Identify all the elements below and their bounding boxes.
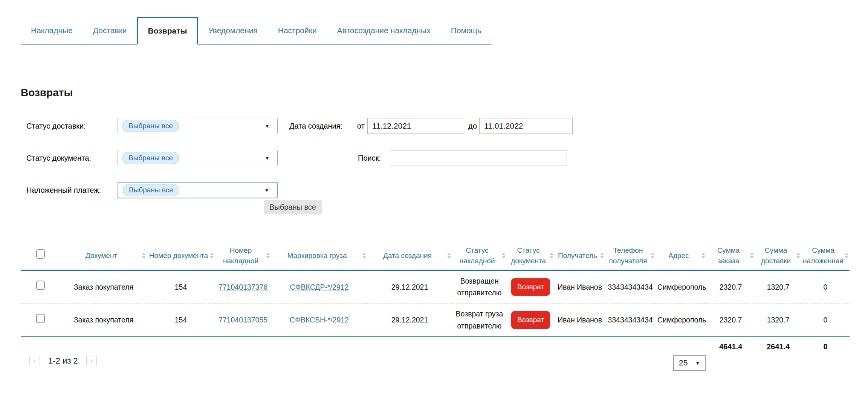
column-header-address[interactable]: Адрес	[656, 241, 706, 270]
table-row: Заказ покупателя 154 771040137376 СФВКСД…	[21, 270, 850, 304]
pagination: ‹ 1-2 из 2 ›	[29, 356, 97, 366]
tab-nakladnye[interactable]: Накладные	[21, 17, 83, 44]
sort-icon[interactable]	[600, 253, 604, 258]
cell-address: Симферополь	[656, 304, 706, 337]
page-size-value: 25	[679, 358, 688, 367]
invoice-number-link[interactable]: 771040137055	[219, 316, 267, 324]
cell-document: Заказ покупателя	[60, 270, 147, 304]
cargo-marking-link[interactable]: СФВКСДР-*/2912	[290, 283, 349, 291]
date-from-input[interactable]	[367, 118, 464, 134]
next-page-button[interactable]: ›	[86, 356, 97, 366]
delivery-status-selected-pill: Выбраны все	[122, 120, 179, 132]
sort-icon[interactable]	[550, 253, 553, 258]
column-header-label: Номер накладной	[223, 246, 258, 265]
chevron-down-icon: ▼	[264, 187, 269, 193]
tab-dostavki[interactable]: Доставки	[83, 17, 137, 44]
sort-icon[interactable]	[845, 253, 848, 258]
returns-table: Документ Номер документа Номер накладной…	[21, 241, 850, 351]
search-input[interactable]	[390, 150, 567, 166]
column-header-created[interactable]: Дата создания	[367, 241, 452, 270]
cell-cod-sum: 0	[801, 304, 850, 337]
column-header-invoice-status[interactable]: Статус накладной	[452, 241, 507, 270]
sort-icon[interactable]	[210, 253, 214, 258]
invoice-number-link[interactable]: 771040137376	[219, 283, 267, 291]
chevron-down-icon: ▼	[264, 155, 270, 161]
sort-icon[interactable]	[701, 253, 705, 258]
cell-cod-sum: 0	[801, 270, 850, 304]
cell-created: 29.12.2021	[367, 304, 452, 337]
column-header-label: Телефон получателя	[609, 246, 647, 265]
cell-document: Заказ покупателя	[60, 304, 147, 337]
cell-doc-status: Возврат	[507, 270, 555, 304]
row-checkbox[interactable]	[36, 281, 45, 290]
column-header-phone[interactable]: Телефон получателя	[605, 241, 656, 270]
column-header-label: Сумма наложенная	[803, 246, 844, 265]
total-cod-sum: 0	[801, 337, 850, 351]
row-checkbox-cell	[21, 304, 60, 337]
column-header-label: Статус документа	[511, 246, 546, 265]
selected-all-tooltip: Выбраны все	[264, 200, 322, 214]
header-checkbox-cell	[21, 241, 60, 270]
cell-delivery-sum: 1320.7	[755, 270, 801, 304]
total-delivery-sum: 2641.4	[755, 337, 801, 351]
row-checkbox-cell	[21, 270, 60, 304]
column-header-cargo-marking[interactable]: Маркировка груза	[271, 241, 367, 270]
cell-address: Симферополь	[656, 270, 706, 304]
cell-order-sum: 2320.7	[706, 304, 755, 337]
cell-invoice-number: 771040137376	[215, 270, 271, 304]
column-header-recipient[interactable]: Получатель	[555, 241, 605, 270]
prev-page-button[interactable]: ‹	[29, 356, 40, 366]
sort-icon[interactable]	[447, 253, 451, 258]
totals-row: 4641.4 2641.4 0	[21, 337, 850, 351]
cell-cargo-marking: СФВКСДР-*/2912	[271, 270, 367, 304]
cod-label: Наложенный платеж:	[26, 186, 101, 195]
sort-icon[interactable]	[142, 253, 146, 258]
column-header-label: Документ	[86, 252, 117, 259]
sort-icon[interactable]	[750, 253, 754, 258]
column-header-cod-sum[interactable]: Сумма наложенная	[801, 241, 850, 270]
sort-icon[interactable]	[502, 253, 506, 258]
column-header-label: Дата создания	[383, 252, 432, 259]
cod-dropdown[interactable]: Выбраны все ▼	[118, 182, 278, 198]
sort-icon[interactable]	[796, 253, 800, 258]
cargo-marking-link[interactable]: СФВКСБН-*/2912	[290, 316, 349, 324]
cell-doc-number: 154	[147, 304, 215, 337]
column-header-document[interactable]: Документ	[60, 241, 147, 270]
cell-recipient: Иван Иванов	[555, 304, 605, 337]
date-to-input[interactable]	[479, 118, 573, 134]
page-info: 1-2 из 2	[48, 356, 78, 366]
main-tabs: Накладные Доставки Возвраты Уведомления …	[21, 17, 492, 45]
delivery-status-dropdown[interactable]: Выбраны все ▼	[118, 118, 278, 134]
chevron-down-icon: ▼	[695, 360, 700, 366]
sort-icon[interactable]	[362, 253, 366, 258]
document-status-dropdown[interactable]: Выбраны все ▼	[118, 150, 278, 166]
chevron-right-icon: ›	[90, 357, 93, 365]
tab-uvedomleniya[interactable]: Уведомления	[198, 17, 267, 44]
column-header-order-sum[interactable]: Сумма заказа	[706, 241, 755, 270]
page-size-select[interactable]: 25 ▼	[673, 355, 706, 371]
cell-order-sum: 2320.7	[706, 270, 755, 304]
cell-delivery-sum: 1320.7	[755, 304, 801, 337]
tab-vozvraty[interactable]: Возвраты	[137, 17, 198, 45]
return-status-badge[interactable]: Возврат	[511, 278, 550, 296]
return-status-badge[interactable]: Возврат	[511, 311, 550, 328]
column-header-invoice-number[interactable]: Номер накладной	[215, 241, 271, 270]
cell-invoice-status: Возврат груза отправителю	[452, 304, 507, 337]
tab-nastroyki[interactable]: Настройки	[268, 17, 327, 44]
column-header-label: Маркировка груза	[287, 252, 347, 259]
page-title: Возвраты	[21, 87, 73, 99]
row-checkbox[interactable]	[36, 314, 45, 323]
column-header-doc-status[interactable]: Статус документа	[507, 241, 555, 270]
column-header-delivery-sum[interactable]: Сумма доставки	[755, 241, 801, 270]
sort-icon[interactable]	[651, 253, 654, 258]
tab-pomoshch[interactable]: Помощь	[441, 17, 492, 44]
select-all-checkbox[interactable]	[36, 249, 45, 259]
column-header-label: Получатель	[558, 252, 597, 259]
sort-icon[interactable]	[266, 253, 270, 258]
cell-phone: 33434343434	[605, 304, 656, 337]
tab-avtosozdanie-nakladnykh[interactable]: Автосоздание накладных	[327, 17, 441, 44]
chevron-down-icon: ▼	[264, 123, 270, 129]
cell-invoice-number: 771040137055	[215, 304, 271, 337]
column-header-doc-number[interactable]: Номер документа	[147, 241, 215, 270]
cell-cargo-marking: СФВКСБН-*/2912	[271, 304, 367, 337]
